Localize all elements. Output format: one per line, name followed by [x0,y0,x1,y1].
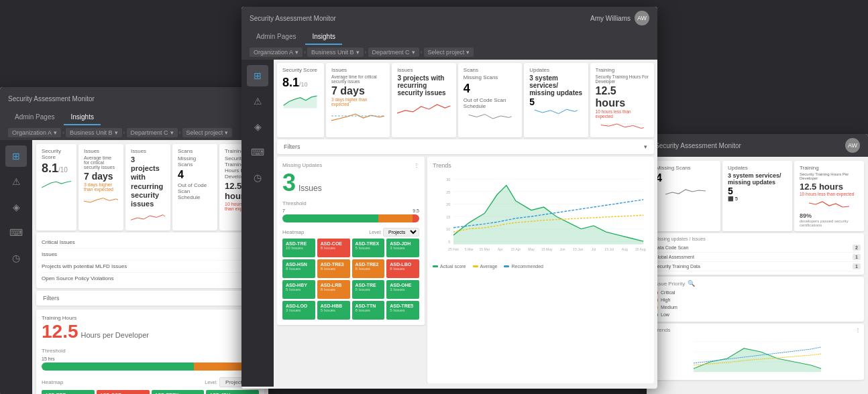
heatmap-cell-10: ASD-LRB8 Issues [317,280,350,299]
left-tabs-bar: Admin Pages Insights [0,110,268,125]
main-updates-value: 5 [529,96,582,107]
heatmap-section-left: Heatmap Level: Projects ASD-TRE10 Issues… [42,377,259,394]
score-chart [282,90,319,110]
main-heatmap-level[interactable]: Projects [383,228,419,237]
left-sidebar: ⊞ ⚠ ◈ ⌨ ◷ [0,140,32,394]
svg-text:15 May: 15 May [541,247,553,251]
main-issues-subtext: 3 days higher than expected [331,97,384,107]
breadcrumb-bu[interactable]: Business Unit B ▾ [66,128,122,137]
main-sidebar-training[interactable]: ◷ [247,167,268,188]
priority-search[interactable]: 🔍 [688,280,695,287]
security-score-chart [42,176,71,192]
missing-updates-count: 3 [282,171,296,195]
metric-mlfd: Projects with potential MLFD Issues 3 [42,261,259,273]
svg-text:Aug: Aug [622,247,628,251]
heatmap-section-main: Heatmap Level: Projects ASD-TRE10 Issues [282,228,419,320]
issues-subtext: 3 days higher than expected [84,182,118,192]
main-sidebar-dashboard[interactable]: ⊞ [247,65,268,86]
svg-text:Apr: Apr [498,247,503,251]
missing-updates-panel: Missing Updates ⋮ 3 Issues Threshold 7 9… [277,157,425,325]
main-breadcrumb-dept[interactable]: Department C ▾ [368,48,419,57]
left-background-window: Security Assessment Monitor AW Admin Pag… [0,87,268,394]
heatmap-cell-1: ASD-TRE10 Issues [282,239,315,257]
main-sidebar-code[interactable]: ⌨ [247,141,268,163]
svg-text:25 Feb: 25 Feb [448,247,459,251]
heatmap-cell: ASD-COE8 Issues [97,390,150,394]
issues-avg-time: 7 days [84,171,118,182]
main-sidebar-issues[interactable]: ⚠ [247,90,268,112]
svg-text:5: 5 [448,240,450,244]
main-breadcrumb-org[interactable]: Organization A ▾ [250,48,303,57]
right-updates-card: Updates 3 system services/ missing updat… [722,161,792,231]
svg-text:20: 20 [446,202,450,206]
recurring-chart [397,98,450,115]
heatmap-cell-3: ASD-TREX5 Issues [352,239,385,257]
breadcrumb-org[interactable]: Organization A ▾ [8,128,61,137]
svg-text:15 Apr: 15 Apr [510,247,521,251]
left-issues-card: Issues Average time for critical securit… [78,144,123,231]
trends-chart: 30 25 20 15 10 5 25 [433,173,649,260]
metric-opensource: Open Source Policy Violations 2 [42,273,259,284]
right-trends-panel: Trends ⋮ [651,324,864,380]
main-user-avatar: AW [635,11,649,25]
svg-text:Jun: Jun [559,247,565,251]
heatmap-cell: ASD-TREX5 Issues [152,390,205,394]
heatmap-cell-12: ASD-OHE3 Issues [386,280,419,299]
main-security-score: Security Score 8.1/10 [277,63,324,137]
main-threshold-bar [282,214,419,222]
left-tab-insights[interactable]: Insights [64,110,100,125]
svg-text:25: 25 [446,190,450,194]
priority-critical: Critical [654,289,861,296]
right-background-window: Security Assessment Monitor AW Missing S… [647,134,868,394]
metric-issues: Issues 7 [42,249,259,261]
heatmap-cell-9: ASD-HBY5 Issues [282,280,315,299]
issues-time-chart [331,109,384,125]
breadcrumb-project[interactable]: Select project ▾ [182,128,233,137]
threshold-bar [42,363,259,371]
training-chart [596,119,649,132]
heatmap-cell-2: ASD-COE8 Issues [317,239,350,257]
main-filters-chevron: ▾ [644,143,647,150]
main-scans-card: Scans Missing Scans 4 Out of Code Scan S… [458,63,522,137]
main-tab-insights[interactable]: Insights [305,29,341,45]
main-breadcrumb-bu[interactable]: Business Unit B ▾ [307,48,364,57]
heatmap-cell-6: ASD-TRE38 Issues [317,259,350,278]
main-breadcrumb-project[interactable]: Select project ▾ [424,48,474,57]
left-tab-admin[interactable]: Admin Pages [8,110,61,125]
main-tab-admin[interactable]: Admin Pages [250,29,303,45]
main-training-card: Training Security Training Hours For Dev… [590,63,654,137]
issue-row-3: Security Training Data 1 [654,262,861,271]
svg-text:15 Jun: 15 Jun [573,247,583,251]
filters-bar[interactable]: Filters ▾ [36,291,264,306]
svg-text:Jul: Jul [592,247,596,251]
heatmap-cell-13: ASD-LOO3 Issues [282,301,315,320]
priority-low: Low [654,311,861,318]
heatmap-cell-8: ASD-LBO8 Issues [386,259,419,278]
main-issues-card: Issues Average time for critical securit… [326,63,390,137]
issue-row-1: Data Code Scan 2 [654,243,861,253]
main-filters-bar[interactable]: Filters ▾ [277,139,654,154]
missing-scans-value: 4 [178,169,212,181]
svg-text:May: May [528,247,535,251]
main-tabs-bar: Admin Pages Insights [241,29,657,45]
issue-row-2: Global Assessment 1 [654,253,861,262]
breadcrumb-dept[interactable]: Department C ▾ [127,128,178,137]
trends-panel: Trends 30 25 [427,157,654,383]
sidebar-icon-code[interactable]: ⌨ [5,222,27,243]
metric-critical: Critical Issues 2 [42,237,259,249]
sidebar-icon-dashboard[interactable]: ⊞ [5,145,27,167]
recurring-label: 3 projects with recurring security issue… [131,155,165,208]
security-score-label: Security Score [42,148,71,160]
right-app-title: Security Assessment Monitor [655,142,741,149]
main-sidebar-scans[interactable]: ◈ [247,116,268,137]
main-heatmap: ASD-TRE10 Issues ASD-COE8 Issues ASD-TRE… [282,239,419,320]
trend-legend: Actual score Average Recommended [433,264,649,269]
right-scans-value: 4 [656,172,715,184]
sidebar-icon-scans[interactable]: ◈ [5,196,27,218]
sidebar-icon-training[interactable]: ◷ [5,247,27,269]
sidebar-icon-issues[interactable]: ⚠ [5,171,27,192]
heatmap-cell-5: ASD-HSN8 Issues [282,259,315,278]
training-hours-label: Hours per Developer [81,331,150,339]
right-issues-list: Missing updates / Issues Data Code Scan … [651,233,864,275]
issues-chart [84,192,118,208]
